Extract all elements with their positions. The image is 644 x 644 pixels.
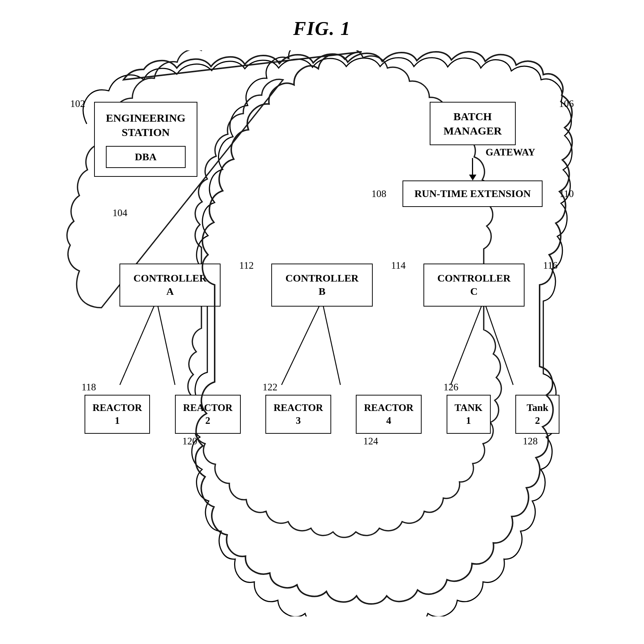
label-122: 122 [262,382,278,393]
batch-manager-group: 106 BATCHMANAGER GATEWAY 108 RUN-TIME EX… [402,102,543,207]
engineering-station-box: ENGINEERINGSTATION DBA [94,102,197,177]
gateway-label: GATEWAY [486,147,535,158]
controller-a-group: 112 CONTROLLERA [119,264,221,307]
controller-a-box: CONTROLLERA [119,264,221,307]
figure-title: FIG. 1 [293,18,351,39]
controllers-row: 112 CONTROLLERA 114 CONTROLLERB 116 CONT… [72,264,572,307]
reactor1-box: REACTOR1 [85,395,150,434]
svg-line-4 [451,300,484,385]
bottom-section: 112 CONTROLLERA 114 CONTROLLERB 116 CONT… [72,264,572,434]
reactor2-group: 120 REACTOR2 [175,395,241,434]
page: FIG. 1 102 ENGINEERINGSTATION DBA 104 [0,0,644,644]
label-108: 108 [371,188,386,200]
engineering-station-label: ENGINEERINGSTATION [106,111,186,139]
label-120: 120 [182,436,197,447]
rte-wrapper: 108 RUN-TIME EXTENSION 110 [402,180,543,207]
controller-c-box: CONTROLLERC [423,264,525,307]
svg-line-2 [282,300,322,385]
label-114: 114 [391,260,406,271]
svg-line-1 [157,300,175,385]
reactor3-box: REACTOR3 [265,395,331,434]
label-106: 106 [559,98,574,110]
rte-box: RUN-TIME EXTENSION [402,180,543,207]
label-128: 128 [523,436,538,447]
label-112: 112 [239,260,254,271]
reactor1-group: 118 REACTOR1 [85,395,150,434]
tank2-box: Tank2 [515,395,559,434]
label-116: 116 [543,260,558,271]
tank2-group: 128 Tank2 [515,395,559,434]
tank1-group: 126 TANK1 [447,395,491,434]
label-104: 104 [112,207,128,219]
svg-line-3 [322,300,340,385]
label-110: 110 [559,188,574,200]
reactor3-group: 122 REACTOR3 [265,395,331,434]
svg-line-0 [120,300,157,385]
label-102: 102 [70,98,85,110]
label-118: 118 [82,382,96,393]
controller-b-group: 114 CONTROLLERB [271,264,372,307]
cloud-container: 102 ENGINEERINGSTATION DBA 104 106 BATCH… [50,50,594,616]
svg-line-5 [484,300,513,385]
label-126: 126 [444,382,459,393]
controller-b-box: CONTROLLERB [271,264,372,307]
batch-manager-box: BATCHMANAGER [430,102,516,145]
controller-c-group: 116 CONTROLLERC [423,264,525,307]
diagram-content: 102 ENGINEERINGSTATION DBA 104 106 BATCH… [72,72,572,594]
label-124: 124 [363,436,378,447]
tank1-box: TANK1 [447,395,491,434]
reactor2-box: REACTOR2 [175,395,241,434]
reactor4-group: 124 REACTOR4 [356,395,422,434]
engineering-station-group: 102 ENGINEERINGSTATION DBA 104 [94,102,197,207]
dba-box: DBA [106,146,186,168]
reactor4-box: REACTOR4 [356,395,422,434]
